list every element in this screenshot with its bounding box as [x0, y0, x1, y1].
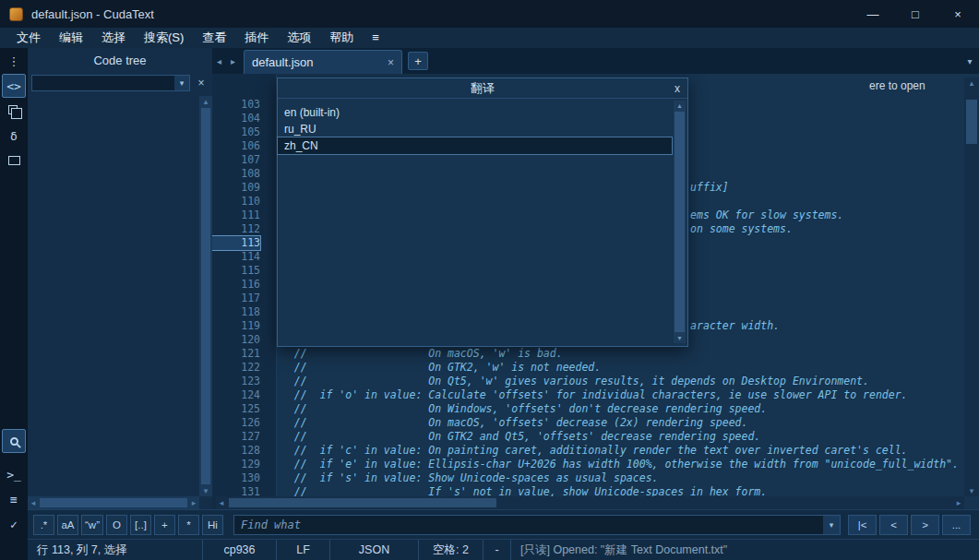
tab-bar: ◂ ▸ default.json × + ▾	[212, 48, 979, 74]
scroll-left-icon[interactable]: ◂	[28, 496, 39, 509]
menu-item-0[interactable]: 文件	[7, 28, 50, 48]
line-text: // if 'e' in value: Ellipsis-char U+2026…	[260, 458, 959, 471]
line-text: // On macOS, 'w' is bad.	[260, 347, 563, 361]
menu-item-2[interactable]: 选择	[92, 28, 135, 48]
dialog-item-2[interactable]: zh_CN	[278, 137, 672, 154]
search-toggle-7[interactable]: Hi	[202, 515, 223, 535]
project-icon[interactable]	[2, 99, 26, 123]
scroll-right-icon[interactable]: ▸	[188, 496, 199, 509]
editor-line: 126 // On macOS, 'offsets' decrease (2x)…	[212, 416, 964, 430]
line-endings-cell[interactable]: LF	[277, 540, 330, 560]
menu-item-8[interactable]: ≡	[363, 28, 388, 48]
line-number: 107	[212, 153, 260, 167]
tabs-prev-icon[interactable]: ◂	[212, 48, 226, 74]
search-toggles: .*aA“w”O[..]+*Hi	[33, 515, 226, 535]
scroll-left-icon[interactable]: ◂	[216, 496, 227, 509]
editor-vertical-scrollbar[interactable]: ▴ ▾	[964, 77, 979, 496]
new-tab-button[interactable]: +	[408, 52, 428, 70]
menu-item-5[interactable]: 插件	[235, 28, 278, 48]
search-toggle-1[interactable]: aA	[57, 515, 78, 535]
encoding-cell[interactable]: cp936	[203, 540, 277, 560]
titlebar: default.json - CudaText — □ ×	[0, 0, 979, 28]
search-history-icon[interactable]: ▾	[823, 516, 840, 534]
menu-item-3[interactable]: 搜索(S)	[135, 28, 193, 48]
panel-vertical-scrollbar[interactable]: ▴ ▾	[199, 96, 212, 496]
scrollbar-thumb[interactable]	[201, 108, 210, 484]
dialog-close-icon[interactable]: x	[675, 78, 680, 99]
menu-item-4[interactable]: 查看	[193, 28, 235, 48]
chevron-down-icon[interactable]: ▾	[174, 76, 189, 90]
console-icon[interactable]: >_	[2, 462, 26, 486]
caret-position-cell[interactable]: 行 113, 列 7, 选择	[28, 540, 203, 560]
code-tree-combobox[interactable]: ▾	[31, 75, 190, 91]
scroll-down-icon[interactable]: ▾	[199, 485, 212, 496]
search-nav-button-2[interactable]: >	[911, 515, 939, 535]
editor-canvas[interactable]: 103104105106107108109 uffix]110111 ems O…	[212, 74, 979, 509]
editor-horizontal-scrollbar[interactable]: ◂ ▸	[216, 496, 964, 509]
dialog-scrollbar[interactable]: ▴ ▾	[674, 101, 686, 343]
scrollbar-thumb[interactable]	[675, 112, 685, 332]
line-text: // On GTK2 and Qt5, 'offsets' decrease r…	[260, 430, 760, 444]
menu-item-6[interactable]: 选项	[278, 28, 320, 48]
scrollbar-thumb[interactable]	[229, 498, 496, 507]
panel-title: Code tree	[28, 48, 212, 72]
line-number: 123	[212, 375, 260, 388]
search-icon[interactable]	[2, 429, 26, 453]
panel-close-icon[interactable]: ×	[194, 75, 209, 91]
search-nav-button-3[interactable]: ...	[942, 515, 971, 535]
scroll-down-icon[interactable]: ▾	[964, 485, 979, 496]
output-icon[interactable]: ≡	[2, 487, 26, 511]
line-number: 119	[212, 319, 260, 333]
snippets-icon[interactable]: δ	[2, 124, 26, 148]
search-nav-button-1[interactable]: <	[879, 515, 908, 535]
validate-icon[interactable]: ✓	[2, 512, 26, 536]
search-toggle-2[interactable]: “w”	[81, 515, 103, 535]
editor-line: 123 // On Qt5, 'w' gives various results…	[212, 375, 964, 388]
find-bar: .*aA“w”O[..]+*Hi ▾ |<<>...	[28, 509, 979, 539]
tab-size-cell[interactable]: 空格: 2	[419, 540, 484, 560]
line-number: 130	[212, 471, 260, 485]
search-nav-button-0[interactable]: |<	[848, 515, 877, 535]
scroll-down-icon[interactable]: ▾	[674, 333, 686, 343]
search-toggle-0[interactable]: .*	[33, 515, 54, 535]
scroll-up-icon[interactable]: ▴	[199, 96, 212, 107]
maximize-button[interactable]: □	[894, 0, 937, 28]
line-number: 120	[212, 333, 260, 347]
dialog-item-1[interactable]: ru_RU	[278, 121, 672, 137]
dialog-list: en (built-in)ru_RUzh_CN	[278, 104, 672, 343]
line-number: 121	[212, 347, 260, 361]
editor-line: 127 // On GTK2 and Qt5, 'offsets' decrea…	[212, 430, 964, 444]
line-text: // if 's' in value: Show Unicode-spaces …	[260, 471, 659, 485]
menu-item-1[interactable]: 编辑	[50, 28, 92, 48]
sidebar-menu-icon[interactable]: ⋮	[2, 49, 26, 73]
scroll-right-icon[interactable]: ▸	[953, 496, 964, 509]
search-toggle-5[interactable]: +	[154, 515, 175, 535]
search-toggle-4[interactable]: [..]	[130, 515, 151, 535]
panel-horizontal-scrollbar[interactable]: ◂ ▸	[28, 496, 199, 509]
tabs-menu-icon[interactable]: ▾	[961, 48, 979, 74]
search-toggle-6[interactable]: *	[178, 515, 199, 535]
editor-group: ◂ ▸ default.json × + ▾ 10310410510610710…	[212, 48, 979, 509]
menu-item-7[interactable]: 帮助	[320, 28, 363, 48]
search-input[interactable]	[233, 515, 841, 535]
lexer-cell[interactable]: JSON	[330, 540, 419, 560]
scrollbar-thumb[interactable]	[40, 498, 187, 507]
minimize-button[interactable]: —	[852, 0, 894, 28]
tabs-list-icon[interactable]	[2, 149, 26, 173]
close-button[interactable]: ×	[937, 0, 979, 28]
wrap-cell[interactable]: -	[484, 540, 511, 560]
tab-close-icon[interactable]: ×	[376, 56, 394, 69]
scroll-up-icon[interactable]: ▴	[964, 77, 979, 89]
line-number: 111	[212, 209, 260, 222]
line-number: 127	[212, 430, 260, 444]
scroll-up-icon[interactable]: ▴	[674, 101, 686, 111]
tabs-next-icon[interactable]: ▸	[226, 48, 240, 74]
editor-line: 125 // On Windows, 'offsets' don't decre…	[212, 402, 964, 416]
tab-default-json[interactable]: default.json ×	[244, 50, 402, 74]
search-toggle-3[interactable]: O	[106, 515, 127, 535]
tab-label: default.json	[252, 55, 314, 69]
dialog-item-0[interactable]: en (built-in)	[278, 104, 672, 121]
editor-line: 129 // if 'e' in value: Ellipsis-char U+…	[212, 458, 964, 471]
scrollbar-thumb[interactable]	[966, 100, 977, 144]
code-tree-icon[interactable]: <>	[2, 74, 26, 98]
